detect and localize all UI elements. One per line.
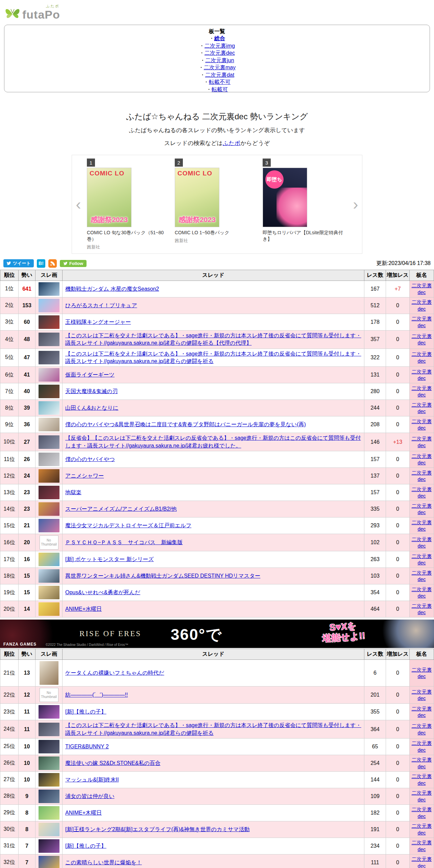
carousel-prev-button[interactable]: ‹: [73, 196, 84, 212]
thread-thumbnail[interactable]: [39, 315, 59, 329]
board-link[interactable]: 二次元裏dec: [204, 50, 235, 56]
thread-thumbnail[interactable]: [39, 368, 59, 382]
board-name-link[interactable]: 二次元裏dec: [412, 503, 432, 515]
thread-thumbnail[interactable]: [39, 351, 59, 364]
board-name-link[interactable]: 二次元裏dec: [412, 790, 432, 802]
thread-link[interactable]: ＰＳＹＣＨＯ−ＰＡＳＳ サイコパス 新編集版: [65, 539, 183, 545]
board-name-link[interactable]: 二次元裏dec: [412, 570, 432, 582]
thread-link[interactable]: 異世界ワンターンキル姉さん&機動戦士ガンダムSEED DESTINY HDリマス…: [65, 573, 260, 579]
board-name-link[interactable]: 二次元裏dec: [412, 603, 432, 616]
hatena-bookmark-button[interactable]: B!: [37, 259, 45, 268]
thread-thumbnail[interactable]: [39, 790, 59, 803]
thread-thumbnail[interactable]: [39, 740, 59, 753]
product-title[interactable]: COMIC LO 1~50巻パック: [175, 230, 259, 236]
board-name-link[interactable]: 二次元裏dec: [412, 520, 432, 532]
thread-link[interactable]: [新] ポケットモンスター 新シリーズ: [65, 556, 154, 562]
board-name-link[interactable]: 二次元裏dec: [412, 773, 432, 786]
thread-thumbnail[interactable]: [39, 705, 59, 719]
board-name-link[interactable]: 二次元裏dec: [412, 402, 432, 414]
thread-thumbnail[interactable]: [39, 602, 59, 616]
thread-thumbnail[interactable]: [40, 661, 58, 685]
board-name-link[interactable]: 二次元裏dec: [412, 586, 432, 599]
thread-thumbnail[interactable]: [39, 385, 59, 398]
carousel-next-button[interactable]: ›: [350, 196, 361, 212]
thread-thumbnail[interactable]: [39, 469, 59, 483]
thread-thumbnail[interactable]: [39, 823, 59, 836]
board-name-link[interactable]: 二次元裏dec: [412, 823, 432, 836]
thread-link[interactable]: 天国大魔境&鬼滅の刃: [65, 388, 118, 394]
thread-link[interactable]: [新]王様ランキング2期&[新]エスタブライフ(再)&神無き世界のカミサマ活動: [65, 826, 249, 832]
board-name-link[interactable]: 二次元裏dec: [412, 757, 432, 769]
product-cover-image[interactable]: COMIC LO感謝祭2023: [87, 168, 131, 227]
thread-link[interactable]: [新]【推しの子】: [65, 709, 106, 715]
follow-button[interactable]: Follow: [60, 260, 87, 267]
board-name-link[interactable]: 二次元裏dec: [412, 553, 432, 566]
board-name-link[interactable]: 二次元裏dec: [412, 316, 432, 328]
board-name-link[interactable]: 二次元裏dec: [412, 856, 432, 868]
thread-thumbnail[interactable]: [39, 486, 59, 499]
board-link[interactable]: 転載可: [212, 87, 228, 92]
thread-thumbnail[interactable]: [39, 401, 59, 415]
thread-link[interactable]: ひろがるスカイ！プリキュア: [65, 303, 137, 308]
thread-thumbnail[interactable]: [39, 435, 59, 449]
board-link[interactable]: 二次元裏img: [204, 43, 235, 49]
thread-thumbnail[interactable]: [39, 282, 59, 296]
thread-link[interactable]: マッシュル&[新]終末II: [65, 777, 119, 782]
board-name-link[interactable]: 二次元裏dec: [412, 486, 432, 499]
board-name-link[interactable]: 二次元裏dec: [412, 689, 432, 701]
thread-thumbnail[interactable]: [39, 806, 59, 820]
board-name-link[interactable]: 二次元裏dec: [412, 740, 432, 753]
thread-thumbnail[interactable]: [39, 569, 59, 583]
product-cover-image[interactable]: 即堕ち: [263, 168, 307, 227]
board-name-link[interactable]: 二次元裏dec: [412, 418, 432, 431]
product-title[interactable]: 即堕ちロリババア【DLsite限定特典付き】: [263, 230, 347, 242]
board-name-link[interactable]: 二次元裏dec: [412, 351, 432, 364]
rss-button[interactable]: [48, 259, 57, 268]
thread-link[interactable]: ケータくんの裸嫌いフミちゃんの時代だ: [65, 670, 164, 676]
board-name-link[interactable]: 二次元裏dec: [412, 299, 432, 312]
thread-link[interactable]: 浦女の皆は仲が良い: [65, 793, 115, 799]
board-name-link[interactable]: 二次元裏dec: [412, 723, 432, 736]
thread-link[interactable]: 魔法少女マジカルデストロイヤーズ＆江戸前エルフ: [65, 523, 191, 528]
thread-thumbnail[interactable]: [39, 723, 59, 736]
thread-link[interactable]: 【このスレは下二桁を交えた活劇スレである】・sage進行・新規の方は本スレ終了後…: [65, 351, 361, 364]
thread-link[interactable]: 地獄楽: [65, 489, 81, 495]
carousel-item[interactable]: 3即堕ち即堕ちロリババア【DLsite限定特典付き】: [263, 159, 347, 250]
board-name-link[interactable]: 二次元裏dec: [412, 470, 432, 482]
thread-link[interactable]: 紡――――(´゛)――――!!: [65, 692, 128, 698]
board-link[interactable]: 転載不可: [209, 79, 231, 85]
board-name-link[interactable]: 二次元裏dec: [412, 536, 432, 549]
thread-link[interactable]: TIGER&BUNNY 2: [65, 744, 109, 749]
carousel-item[interactable]: 2COMIC LO感謝祭2023COMIC LO 1~50巻パック茜新社: [175, 159, 259, 250]
product-cover-image[interactable]: COMIC LO感謝祭2023: [175, 168, 219, 227]
board-name-link[interactable]: 二次元裏dec: [412, 369, 432, 381]
board-link[interactable]: 二次元裏jun: [205, 57, 234, 63]
board-link[interactable]: 総合: [214, 35, 225, 41]
board-name-link[interactable]: 二次元裏dec: [412, 806, 432, 819]
board-link[interactable]: 二次元裏may: [204, 65, 236, 70]
thread-link[interactable]: [新]【推しの子】: [65, 843, 106, 849]
board-name-link[interactable]: 二次元裏dec: [412, 283, 432, 295]
thread-thumbnail[interactable]: [39, 519, 59, 532]
thread-link[interactable]: 【このスレは下二桁を交えた活劇スレである】・sage進行・新規の方は本スレ終了後…: [65, 722, 361, 736]
board-name-link[interactable]: 二次元裏dec: [412, 706, 432, 718]
thread-thumbnail[interactable]: [39, 299, 59, 312]
thread-thumbnail[interactable]: [39, 418, 59, 431]
thread-link[interactable]: 【このスレは下二桁を交えた活劇スレである】・sage進行・新規の方は本スレ終了後…: [65, 333, 361, 346]
thread-thumbnail[interactable]: [39, 773, 59, 787]
thread-thumbnail[interactable]: [39, 839, 59, 853]
board-name-link[interactable]: 二次元裏dec: [412, 385, 432, 398]
board-name-link[interactable]: 二次元裏dec: [412, 333, 432, 346]
carousel-item[interactable]: 1COMIC LO感謝祭2023COMIC LO 旬な30巻パック（51~80巻…: [87, 159, 171, 250]
thread-link[interactable]: 王様戦隊キングオージャー: [65, 319, 131, 325]
board-link[interactable]: 二次元裏dat: [205, 72, 234, 78]
thread-link[interactable]: 機動戦士ガンダム 水星の魔女Season2: [65, 286, 159, 292]
thread-thumbnail[interactable]: [39, 586, 59, 599]
board-name-link[interactable]: 二次元裏dec: [412, 840, 432, 852]
thread-link[interactable]: ANIME+木曜日: [65, 810, 102, 816]
thread-thumbnail[interactable]: [39, 333, 59, 346]
thread-thumbnail[interactable]: [39, 856, 59, 868]
board-name-link[interactable]: 二次元裏dec: [412, 667, 432, 679]
thread-link[interactable]: 【反省会】【このスレは下二桁を交えた活劇スレの反省会である】・sage進行・新規…: [65, 435, 361, 448]
board-name-link[interactable]: 二次元裏dec: [412, 453, 432, 466]
